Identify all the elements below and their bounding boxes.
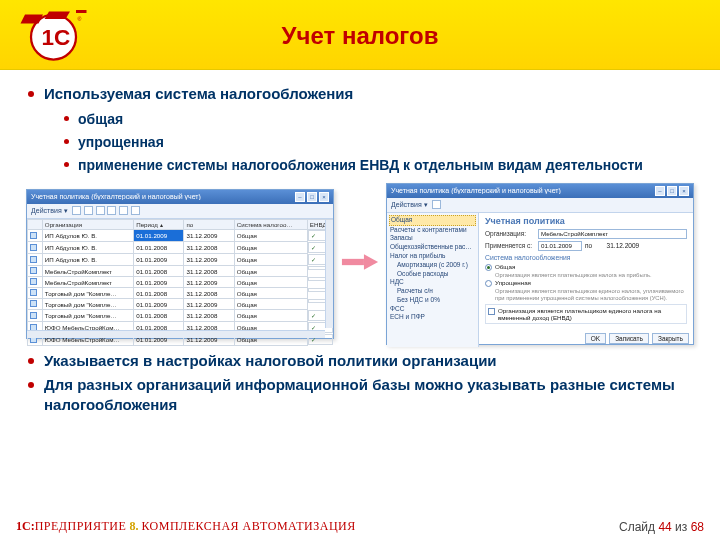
edit-icon[interactable]	[84, 206, 93, 215]
col-to[interactable]: по	[184, 219, 234, 229]
scrollbar-vertical[interactable]	[325, 220, 333, 328]
row-icon	[30, 312, 37, 319]
cell-to: 31.12.2009	[184, 254, 234, 266]
sidebar-item[interactable]: Расчеты с контрагентами	[389, 226, 476, 235]
row-icon	[30, 300, 37, 307]
cell-to: 31.12.2009	[184, 277, 234, 288]
cell-org: Торговый дом "Компле…	[42, 288, 133, 299]
sidebar-item[interactable]: Особые расходы	[389, 270, 476, 279]
sidebar-item[interactable]: НДС	[389, 278, 476, 287]
actions-menu[interactable]: Действия ▾	[391, 201, 428, 209]
actions-menu[interactable]: Действия ▾	[31, 207, 68, 215]
table-row[interactable]: ИП Абдулов Ю. В.01.01.200931.12.2009Обща…	[28, 229, 333, 242]
table-row[interactable]: Торговый дом "Компле…01.01.200831.12.200…	[28, 288, 333, 299]
radio-general[interactable]: Общая	[485, 263, 687, 271]
ok-button[interactable]: OK	[585, 333, 606, 344]
svg-text:®: ®	[78, 16, 82, 22]
save-button[interactable]: Записать	[609, 333, 649, 344]
sidebar-item[interactable]: Расчеты с/н	[389, 287, 476, 296]
row-icon	[30, 256, 37, 263]
checkbox-envd[interactable]: Организация является плательщиком единог…	[485, 304, 687, 324]
date-to-label: по	[585, 242, 592, 249]
window-left-titlebar[interactable]: Учетная политика (бухгалтерский и налого…	[27, 190, 333, 204]
cell-sys: Общая	[234, 288, 307, 299]
delete-icon[interactable]	[107, 206, 116, 215]
cell-sys: Общая	[234, 242, 307, 254]
product-name: 1С:ПРЕДПРИЯТИЕ 8. КОМПЛЕКСНАЯ АВТОМАТИЗА…	[16, 519, 356, 534]
sidebar-item[interactable]: ЕСН и ПФР	[389, 313, 476, 322]
close-icon[interactable]: ×	[679, 186, 689, 196]
scrollbar-horizontal[interactable]	[27, 330, 325, 338]
col-sys[interactable]: Система налогоо…	[234, 219, 307, 229]
sidebar-item[interactable]: Запасы	[389, 234, 476, 243]
help-icon[interactable]	[131, 206, 140, 215]
cell-sys: Общая	[234, 229, 307, 242]
table-row[interactable]: ИП Абдулов Ю. В.01.01.200931.12.2009Обща…	[28, 254, 333, 266]
cell-to: 31.12.2008	[184, 288, 234, 299]
close-button[interactable]: Закрыть	[652, 333, 689, 344]
sidebar-item[interactable]: Амортизация (с 2009 г.)	[389, 261, 476, 270]
cell-from: 01.01.2008	[134, 242, 184, 254]
slide-title: Учет налогов	[0, 22, 720, 50]
minimize-icon[interactable]: –	[295, 192, 305, 202]
bullet-text: Используемая система налогообложения	[44, 85, 353, 102]
bullet-taxation: Используемая система налогообложения общ…	[26, 84, 694, 175]
toolbar-icons	[72, 206, 142, 216]
cell-to: 31.12.2009	[184, 299, 234, 310]
window-right-titlebar[interactable]: Учетная политика (бухгалтерский и налого…	[387, 184, 693, 198]
sidebar-item[interactable]: ФСС	[389, 305, 476, 314]
copy-icon[interactable]	[96, 206, 105, 215]
sidebar-item[interactable]: Без НДС и 0%	[389, 296, 476, 305]
sidebar-item[interactable]: Общехозяйственные расходы	[389, 243, 476, 252]
hint-general: Организация является плательщиком налога…	[485, 272, 687, 279]
col-period[interactable]: Период ▴	[134, 219, 184, 229]
cell-sys: Общая	[234, 254, 307, 266]
table-row[interactable]: Торговый дом "Компле…01.01.200831.12.200…	[28, 310, 333, 322]
refresh-icon[interactable]	[119, 206, 128, 215]
group-taxation: Система налогообложения	[485, 254, 687, 261]
slide-pager: Слайд 44 из 68	[619, 520, 704, 534]
org-field[interactable]: МебельСтройКомплект	[538, 229, 687, 239]
col-org[interactable]: Организация	[42, 219, 133, 229]
svg-rect-4	[342, 259, 364, 265]
cell-to: 31.12.2008	[184, 266, 234, 277]
cell-org: МебельСтройКомплект	[42, 266, 133, 277]
cell-from: 01.01.2008	[134, 288, 184, 299]
cell-to: 31.12.2008	[184, 310, 234, 322]
sidebar-item[interactable]: Налог на прибыль	[389, 252, 476, 261]
form-header: Учетная политика	[485, 216, 687, 226]
policy-table[interactable]: Организация Период ▴ по Система налогоо……	[27, 219, 333, 347]
org-label: Организация:	[485, 230, 535, 237]
maximize-icon[interactable]: □	[667, 186, 677, 196]
maximize-icon[interactable]: □	[307, 192, 317, 202]
table-row[interactable]: ИП Абдулов Ю. В.01.01.200831.12.2008Обща…	[28, 242, 333, 254]
add-icon[interactable]	[72, 206, 81, 215]
cell-from: 01.01.2009	[134, 277, 184, 288]
checkbox-envd-label: Организация является плательщиком единог…	[498, 307, 684, 321]
cell-to: 31.12.2008	[184, 242, 234, 254]
date-from-label: Применяется с:	[485, 242, 535, 249]
table-row[interactable]: МебельСтройКомплект01.01.200831.12.2008О…	[28, 266, 333, 277]
cell-org: Торговый дом "Компле…	[42, 299, 133, 310]
radio-simplified-label: Упрощенная	[495, 279, 531, 286]
date-to-value: 31.12.2009	[595, 242, 639, 249]
close-icon[interactable]: ×	[319, 192, 329, 202]
sidebar-item[interactable]: Общая	[389, 215, 476, 226]
window-left-toolbar: Действия ▾	[27, 204, 333, 219]
footer: 1С:ПРЕДПРИЯТИЕ 8. КОМПЛЕКСНАЯ АВТОМАТИЗА…	[0, 519, 720, 534]
bullet-multiorg: Для разных организаций информационной ба…	[26, 375, 694, 416]
cell-org: МебельСтройКомплект	[42, 277, 133, 288]
table-row[interactable]: Торговый дом "Компле…01.01.200931.12.200…	[28, 299, 333, 310]
date-from-field[interactable]: 01.01.2009	[538, 241, 582, 251]
bullet-settings: Указывается в настройках налоговой полит…	[26, 351, 694, 371]
table-row[interactable]: МебельСтройКомплект01.01.200931.12.2009О…	[28, 277, 333, 288]
minimize-icon[interactable]: –	[655, 186, 665, 196]
row-icon	[30, 278, 37, 285]
radio-simplified[interactable]: Упрощенная	[485, 279, 687, 287]
cell-org: ИП Абдулов Ю. В.	[42, 254, 133, 266]
help-icon[interactable]	[432, 200, 441, 209]
cell-org: ИП Абдулов Ю. В.	[42, 229, 133, 242]
header-bar: 1C ® Учет налогов	[0, 0, 720, 70]
sub-bullet-envd: применение системы налогообложения ЕНВД …	[44, 156, 694, 175]
form-panel: Учетная политика Организация: МебельСтро…	[479, 213, 693, 347]
